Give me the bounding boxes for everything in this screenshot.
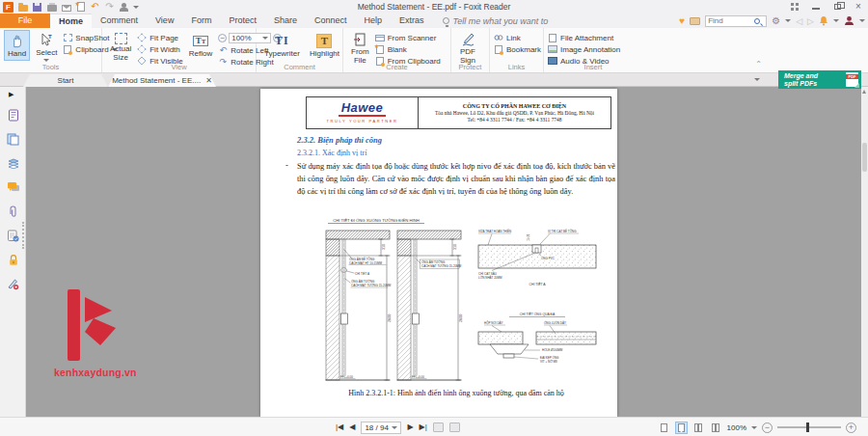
tab-extras[interactable]: Extras xyxy=(391,14,433,28)
account-avatar[interactable] xyxy=(844,15,854,26)
fit-width-button[interactable]: Fit Width xyxy=(137,44,183,54)
zoom-out-icon[interactable]: − xyxy=(218,34,227,42)
typewriter-button[interactable]: TI Typewriter xyxy=(260,30,304,61)
company-phone: Tel: +84 4 3311 7744 / Fax: +84 4 3311 7… xyxy=(468,117,562,123)
tab-help[interactable]: Help xyxy=(355,14,391,28)
facing-view-icon[interactable] xyxy=(692,422,705,434)
vertical-scrollbar[interactable] xyxy=(861,87,868,417)
tab-start-page[interactable]: Start xyxy=(23,74,108,87)
ribbon-group-insert: File Attachment Image Annotation Audio &… xyxy=(544,28,642,72)
gear-dropdown-icon[interactable] xyxy=(785,19,791,22)
last-page-button[interactable]: ▶| xyxy=(420,422,427,432)
from-scanner-button[interactable]: From Scanner xyxy=(375,33,441,42)
back-icon[interactable]: ◁ xyxy=(796,16,802,26)
restore-button[interactable] xyxy=(832,2,842,12)
forward-icon[interactable]: ▷ xyxy=(807,16,814,26)
find-box[interactable] xyxy=(705,15,767,27)
layers-panel-icon[interactable] xyxy=(7,156,20,170)
continuous-view-icon[interactable] xyxy=(675,422,688,434)
link-button[interactable]: Link xyxy=(494,33,541,42)
minimize-button[interactable] xyxy=(811,2,821,12)
company-name: CÔNG TY CỔ PHẦN HAWEE CƠ ĐIỆN xyxy=(463,103,566,109)
close-button[interactable]: × xyxy=(854,2,863,12)
next-view-icon[interactable] xyxy=(449,422,460,432)
zoom-out-button[interactable]: − xyxy=(762,422,773,433)
highlight-button[interactable]: T Highlight xyxy=(306,30,343,61)
bookmark-button[interactable]: Bookmark xyxy=(494,44,541,54)
select-cursor-icon: T xyxy=(38,33,55,48)
typewriter-icon: TI xyxy=(273,33,290,49)
recent-folder-icon[interactable] xyxy=(690,17,700,25)
tab-view[interactable]: View xyxy=(147,14,182,28)
find-input[interactable] xyxy=(708,16,752,25)
blank-document-button[interactable]: Blank xyxy=(375,44,441,54)
tab-form[interactable]: Form xyxy=(182,14,220,28)
select-tool-button[interactable]: T Select xyxy=(32,30,61,61)
page-thumbnails-icon[interactable] xyxy=(7,132,20,146)
from-file-button[interactable]: From File xyxy=(347,30,373,61)
continuous-facing-view-icon[interactable] xyxy=(710,422,722,434)
file-attachment-button[interactable]: File Attachment xyxy=(548,33,620,42)
tab-active-document[interactable]: Method Statement - EE.... ✕ xyxy=(108,74,216,87)
collapse-ribbon-icon[interactable]: ⌃ xyxy=(755,60,762,68)
tab-comment[interactable]: Comment xyxy=(92,14,147,28)
svg-text:310: 310 xyxy=(453,244,457,250)
digital-signatures-panel-icon[interactable] xyxy=(7,229,20,242)
attachments-panel-icon[interactable] xyxy=(7,204,20,218)
tab-connect[interactable]: Connect xyxy=(306,14,356,28)
fit-page-button[interactable]: Fit Page xyxy=(137,33,183,42)
security-panel-icon[interactable] xyxy=(7,253,20,266)
rotate-left-icon: ↶ xyxy=(218,45,228,55)
actual-size-button[interactable]: Actual Size xyxy=(106,30,135,61)
tab-share[interactable]: Share xyxy=(265,14,306,28)
tab-protect[interactable]: Protect xyxy=(220,14,265,28)
notifications-bell-icon[interactable] xyxy=(819,15,828,26)
clipboard-icon xyxy=(63,44,72,54)
next-page-button[interactable]: ▶ xyxy=(407,422,413,432)
page-number-box[interactable]: 18 / 94 xyxy=(361,422,401,434)
label-ong-luon-day: ỐNG LUỒN DÂY xyxy=(544,320,566,325)
zoom-in-button[interactable]: + xyxy=(846,422,856,433)
zoom-slider-thumb[interactable] xyxy=(806,422,809,432)
stamps-panel-icon[interactable] xyxy=(7,277,20,290)
layout-grid-icon[interactable] xyxy=(790,2,800,12)
image-annotation-button[interactable]: Image Annotation xyxy=(548,44,620,54)
ribbon-group-protect: PDF Sign Protect xyxy=(451,28,490,72)
panel-resize-grip[interactable] xyxy=(22,222,24,249)
scroll-up-icon[interactable] xyxy=(862,90,866,94)
reflow-button[interactable]: TT Reflow xyxy=(185,30,216,61)
fit-width-icon xyxy=(137,44,147,54)
label-cach-mat-ht: CÁCH MẶT HT 10-15MM xyxy=(349,261,382,265)
account-dropdown-icon[interactable] xyxy=(859,19,865,22)
bell-dropdown-icon[interactable] xyxy=(833,19,839,22)
previous-page-button[interactable]: ◀ xyxy=(349,422,355,432)
expand-panel-icon[interactable]: ▶ xyxy=(9,91,14,98)
tab-home[interactable]: Home xyxy=(50,14,92,28)
gear-icon[interactable]: ⚙ xyxy=(772,15,780,27)
close-tab-icon[interactable]: ✕ xyxy=(205,77,212,85)
fit-page-icon xyxy=(137,33,147,42)
previous-view-icon[interactable] xyxy=(433,422,444,432)
dim-310-label: 310 xyxy=(382,244,386,250)
tab-list-dropdown-icon[interactable] xyxy=(754,78,760,81)
single-page-view-icon[interactable] xyxy=(658,422,670,434)
merge-split-promo-banner[interactable]: Merge and split PDFs xyxy=(778,70,861,89)
file-menu-button[interactable]: File xyxy=(0,14,50,28)
navigation-panel: ▶ xyxy=(0,87,26,417)
hand-tool-button[interactable]: Hand xyxy=(4,30,30,61)
bookmarks-panel-icon[interactable] xyxy=(7,108,20,122)
hawee-tagline: TRULY YOUR PARTNER xyxy=(327,119,398,123)
scrollbar-thumb[interactable] xyxy=(862,143,867,172)
first-page-button[interactable]: |◀ xyxy=(336,422,343,432)
document-viewer: kenhxaydung.vn Hawee TRULY YOUR PARTNER … xyxy=(27,87,861,417)
svg-text:2600: 2600 xyxy=(459,314,463,322)
select-dropdown-icon[interactable] xyxy=(43,59,49,62)
search-icon[interactable] xyxy=(754,18,760,24)
favorites-heart-icon[interactable]: ♥ xyxy=(679,15,685,27)
comments-panel-icon[interactable] xyxy=(7,180,20,194)
pdf-sign-button[interactable]: PDF Sign xyxy=(455,30,480,61)
tell-me-search[interactable]: Tell me what you want to xyxy=(443,14,549,28)
zoom-slider[interactable] xyxy=(777,426,841,428)
zoom-dropdown-icon[interactable] xyxy=(751,426,757,429)
document-tab-bar: Start Method Statement - EE.... ✕ xyxy=(0,73,868,87)
